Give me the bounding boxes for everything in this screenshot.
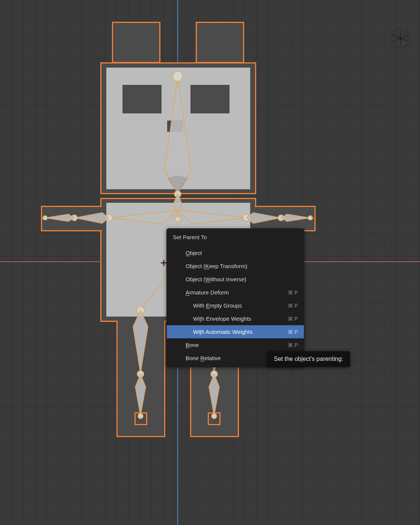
mesh-ear-left xyxy=(112,22,160,63)
menu-item-with-empty-groups[interactable]: With Empty Groups ⌘ P xyxy=(167,299,304,312)
set-parent-menu[interactable]: Set Parent To Object Object (Keep Transf… xyxy=(166,228,304,367)
tooltip: Set the object's parenting: xyxy=(267,351,350,367)
menu-item-with-envelope-weights[interactable]: With Envelope Weights ⌘ P xyxy=(167,312,304,325)
shortcut-label: ⌘ P xyxy=(288,290,298,296)
menu-item-object[interactable]: Object xyxy=(167,246,304,259)
shortcut-label: ⌘ P xyxy=(288,303,298,309)
menu-item-object-without-inverse[interactable]: Object (Without Inverse) xyxy=(167,273,304,286)
mesh-eye-right xyxy=(190,85,230,113)
menu-item-armature-deform[interactable]: Armature Deform ⌘ P xyxy=(167,286,304,299)
viewport-3d[interactable]: Set Parent To Object Object (Keep Transf… xyxy=(0,0,420,525)
svg-point-8 xyxy=(399,37,402,40)
mesh-foot-right xyxy=(208,412,221,425)
shortcut-label: ⌘ P xyxy=(288,329,298,335)
menu-item-object-keep-transform[interactable]: Object (Keep Transform) xyxy=(167,259,304,273)
mesh-eye-left xyxy=(122,85,162,113)
menu-item-with-automatic-weights[interactable]: With Automatic Weights ⌘ P xyxy=(167,325,304,338)
tooltip-text: Set the object's parenting: xyxy=(274,356,343,362)
mesh-ear-right xyxy=(196,22,244,63)
menu-item-bone[interactable]: Bone ⌘ P xyxy=(167,338,304,352)
viewport-nav-gizmo[interactable] xyxy=(390,28,411,49)
menu-title: Set Parent To xyxy=(167,230,304,243)
shortcut-label: ⌘ P xyxy=(288,342,298,348)
shortcut-label: ⌘ P xyxy=(288,316,298,322)
mesh-foot-left xyxy=(134,412,147,425)
mesh-nose xyxy=(167,121,183,132)
menu-items: Object Object (Keep Transform) Object (W… xyxy=(167,243,304,365)
cursor-3d xyxy=(161,260,167,266)
